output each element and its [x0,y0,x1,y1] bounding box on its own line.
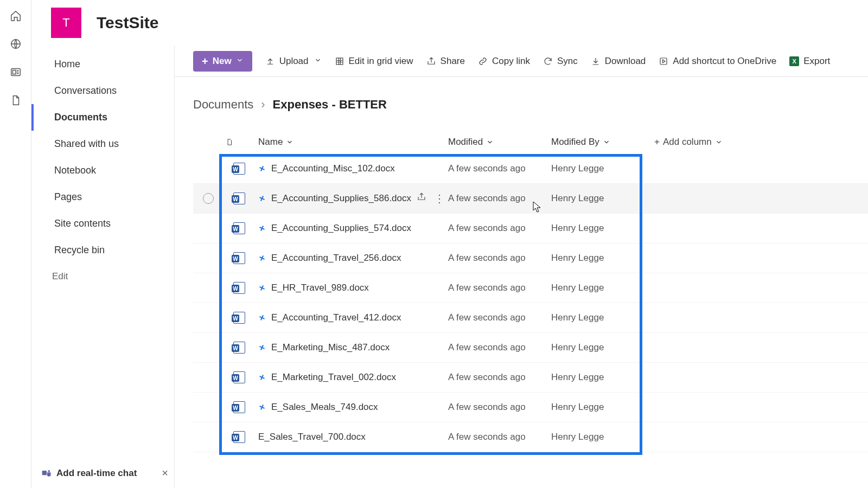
news-icon[interactable] [10,66,22,78]
word-icon [233,163,245,175]
file-name[interactable]: E_Sales_Meals_749.docx [271,402,378,413]
modified-cell: A few seconds ago [448,163,551,174]
modified-by-cell[interactable]: Henry Legge [551,193,654,204]
modified-by-cell[interactable]: Henry Legge [551,312,654,323]
modified-by-cell[interactable]: Henry Legge [551,402,654,413]
modified-by-cell[interactable]: Henry Legge [551,342,654,353]
table-row[interactable]: E_Accounting_Supplies_586.docx⋮A few sec… [193,184,868,214]
more-actions-icon[interactable]: ⋮ [434,192,445,205]
modified-cell: A few seconds ago [448,312,551,323]
table-row[interactable]: E_Accounting_Travel_412.docxA few second… [193,303,868,333]
sidebar-item-conversations[interactable]: Conversations [31,78,174,104]
left-nav: HomeConversationsDocumentsShared with us… [31,46,175,488]
upload-label: Upload [279,56,309,67]
new-item-indicator-icon [258,374,266,381]
sidebar-item-home[interactable]: Home [31,51,174,78]
table-row[interactable]: E_Marketing_Misc_487.docxA few seconds a… [193,333,868,363]
add-column-button[interactable]: + Add column [654,137,763,147]
edit-grid-button[interactable]: Edit in grid view [335,56,413,67]
file-icon[interactable] [10,94,22,106]
table-row[interactable]: E_Sales_Meals_749.docxA few seconds agoH… [193,393,868,422]
modified-by-cell[interactable]: Henry Legge [551,163,654,174]
sync-label: Sync [557,56,578,67]
modified-cell: A few seconds ago [448,432,551,442]
file-name[interactable]: E_Marketing_Travel_002.docx [271,372,396,383]
word-icon [233,371,245,383]
column-header-modified[interactable]: Modified [448,137,551,147]
new-item-indicator-icon [258,284,266,292]
file-name[interactable]: E_Sales_Travel_700.docx [258,432,366,442]
row-select-checkbox[interactable] [203,193,214,204]
sidebar-item-notebook[interactable]: Notebook [31,157,174,184]
modified-by-cell[interactable]: Henry Legge [551,223,654,234]
sync-button[interactable]: Sync [543,56,578,67]
svg-rect-6 [660,58,667,65]
column-header-icon[interactable] [226,138,258,146]
table-row[interactable]: E_Sales_Travel_700.docxA few seconds ago… [193,422,868,452]
file-name[interactable]: E_Accounting_Supplies_586.docx [271,193,411,204]
new-item-indicator-icon [258,254,266,262]
sidebar-item-shared-with-us[interactable]: Shared with us [31,131,174,157]
file-name[interactable]: E_Marketing_Misc_487.docx [271,342,390,353]
export-label: Export [803,56,830,67]
onedrive-label: Add shortcut to OneDrive [673,56,776,67]
file-name[interactable]: E_HR_Travel_989.docx [271,282,369,293]
home-icon[interactable] [10,10,22,22]
site-title[interactable]: TestSite [97,14,158,32]
export-button[interactable]: X Export [789,56,830,67]
modified-cell: A few seconds ago [448,253,551,264]
close-icon[interactable]: × [162,467,168,479]
copy-link-button[interactable]: Copy link [478,56,530,67]
table-row[interactable]: E_Accounting_Supplies_574.docxA few seco… [193,214,868,243]
svg-rect-2 [12,70,16,74]
new-button[interactable]: + New [193,51,252,72]
breadcrumb: Documents › Expenses - BETTER [193,98,387,112]
file-name[interactable]: E_Accounting_Supplies_574.docx [271,223,411,234]
sidebar-item-recycle-bin[interactable]: Recycle bin [31,237,174,264]
table-row[interactable]: E_Marketing_Travel_002.docxA few seconds… [193,363,868,393]
table-row[interactable]: E_Accounting_Misc_102.docxA few seconds … [193,154,868,184]
modified-cell: A few seconds ago [448,223,551,234]
chevron-down-icon [314,56,322,67]
modified-by-cell[interactable]: Henry Legge [551,372,654,383]
add-onedrive-button[interactable]: Add shortcut to OneDrive [659,56,776,67]
chevron-down-icon [236,56,244,67]
column-header-name[interactable]: Name [258,137,448,147]
site-avatar[interactable]: T [51,8,81,38]
site-avatar-letter: T [62,16,69,30]
site-header: T TestSite [31,0,868,46]
column-header-modifiedby[interactable]: Modified By [551,137,654,147]
plus-icon: + [202,56,208,67]
add-column-label: Add column [663,137,712,147]
excel-icon: X [789,56,799,66]
breadcrumb-root[interactable]: Documents [193,98,253,112]
download-button[interactable]: Download [591,56,646,67]
file-name[interactable]: E_Accounting_Misc_102.docx [271,163,395,174]
nav-edit-link[interactable]: Edit [31,264,174,290]
share-label: Share [441,56,465,67]
modified-cell: A few seconds ago [448,372,551,383]
modified-by-cell[interactable]: Henry Legge [551,432,654,442]
sidebar-item-documents[interactable]: Documents [31,104,174,131]
modified-cell: A few seconds ago [448,342,551,353]
sidebar-item-site-contents[interactable]: Site contents [31,210,174,237]
table-row[interactable]: E_HR_Travel_989.docxA few seconds agoHen… [193,273,868,303]
mouse-cursor-icon [533,201,541,213]
share-icon[interactable] [417,192,426,205]
new-item-indicator-icon [258,403,266,411]
word-icon [233,312,245,324]
globe-icon[interactable] [10,38,22,50]
sidebar-item-pages[interactable]: Pages [31,184,174,210]
word-icon [233,431,245,443]
table-row[interactable]: E_Accounting_Travel_256.docxA few second… [193,243,868,273]
modified-cell: A few seconds ago [448,282,551,293]
file-name[interactable]: E_Accounting_Travel_412.docx [271,312,401,323]
modified-by-cell[interactable]: Henry Legge [551,282,654,293]
modified-by-cell[interactable]: Henry Legge [551,253,654,264]
share-button[interactable]: Share [426,56,465,67]
new-item-indicator-icon [258,224,266,232]
upload-button[interactable]: Upload [265,56,322,67]
chat-promo-label: Add real-time chat [56,468,137,479]
file-name[interactable]: E_Accounting_Travel_256.docx [271,253,401,264]
chat-promo[interactable]: Add real-time chat × [38,463,171,484]
